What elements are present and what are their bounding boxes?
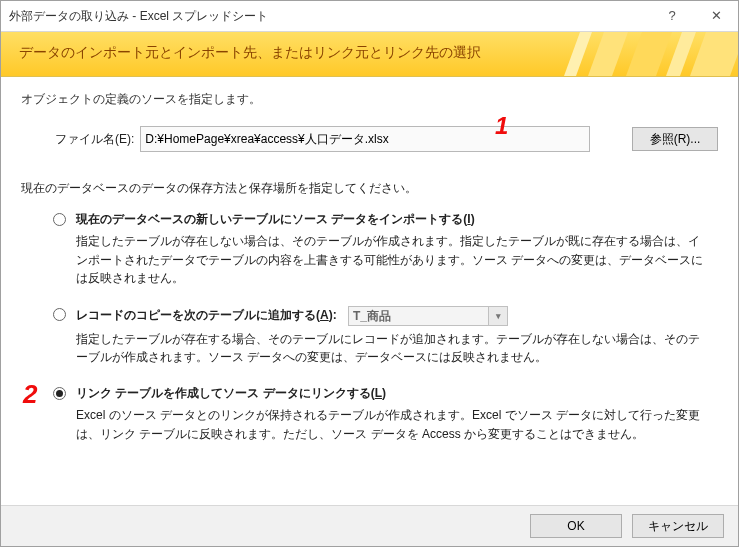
instruction-store: 現在のデータベースのデータの保存方法と保存場所を指定してください。 [21,180,718,197]
annotation-2: 2 [23,379,37,410]
instruction-source: オブジェクトの定義のソースを指定します。 [21,91,718,108]
option-link-table[interactable]: リンク テーブルを作成してソース データにリンクする(L) Excel のソース… [53,385,706,443]
wizard-heading: データのインポート元とインポート先、またはリンク元とリンク先の選択 [1,32,738,62]
help-button[interactable]: ? [650,1,694,31]
browse-button[interactable]: 参照(R)... [632,127,718,151]
annotation-1: 1 [495,112,508,140]
option-append-title: レコードのコピーを次のテーブルに追加する(A): T_商品 ▾ [76,306,706,326]
file-row: ファイル名(E): 1 参照(R)... [55,126,718,152]
option-import-title-pre: 現在のデータベースの新しいテーブルにソース データをインポートする( [76,212,467,226]
close-button[interactable]: ✕ [694,1,738,31]
file-name-input[interactable] [140,126,590,152]
window-title: 外部データの取り込み - Excel スプレッドシート [9,8,650,25]
option-append-table[interactable]: レコードのコピーを次のテーブルに追加する(A): T_商品 ▾ 指定したテーブル… [53,306,706,367]
chevron-down-icon: ▾ [488,307,507,325]
option-import-desc: 指定したテーブルが存在しない場合は、そのテーブルが作成されます。指定したテーブル… [76,232,706,288]
option-link-title-pre: リンク テーブルを作成してソース データにリンクする( [76,386,375,400]
append-table-value: T_商品 [353,309,391,323]
option-append-title-pre: レコードのコピーを次のテーブルに追加する( [76,308,320,322]
dialog-window: 外部データの取り込み - Excel スプレッドシート ? ✕ データのインポー… [0,0,739,547]
option-append-desc: 指定したテーブルが存在する場合、そのテーブルにレコードが追加されます。テーブルが… [76,330,706,367]
radio-append-table[interactable] [53,308,66,321]
option-link-desc: Excel のソース データとのリンクが保持されるテーブルが作成されます。Exc… [76,406,706,443]
titlebar: 外部データの取り込み - Excel スプレッドシート ? ✕ [1,1,738,32]
option-import-new-table[interactable]: 現在のデータベースの新しいテーブルにソース データをインポートする(I) 指定し… [53,211,706,288]
option-link-title-post: ) [382,386,386,400]
option-import-title-post: ) [471,212,475,226]
option-append-title-post: ): [329,308,337,322]
cancel-button[interactable]: キャンセル [632,514,724,538]
radio-link-table[interactable] [53,387,66,400]
option-append-accel: A [320,308,329,322]
option-link-title: リンク テーブルを作成してソース データにリンクする(L) [76,385,706,402]
ok-button[interactable]: OK [530,514,622,538]
dialog-body: オブジェクトの定義のソースを指定します。 ファイル名(E): 1 参照(R)..… [1,77,738,443]
dialog-footer: OK キャンセル [1,505,738,546]
file-label: ファイル名(E): [55,131,134,148]
option-import-title: 現在のデータベースの新しいテーブルにソース データをインポートする(I) [76,211,706,228]
option-link-accel: L [375,386,382,400]
radio-import-new-table[interactable] [53,213,66,226]
wizard-header: データのインポート元とインポート先、またはリンク元とリンク先の選択 [1,32,738,77]
append-table-combo[interactable]: T_商品 ▾ [348,306,508,326]
